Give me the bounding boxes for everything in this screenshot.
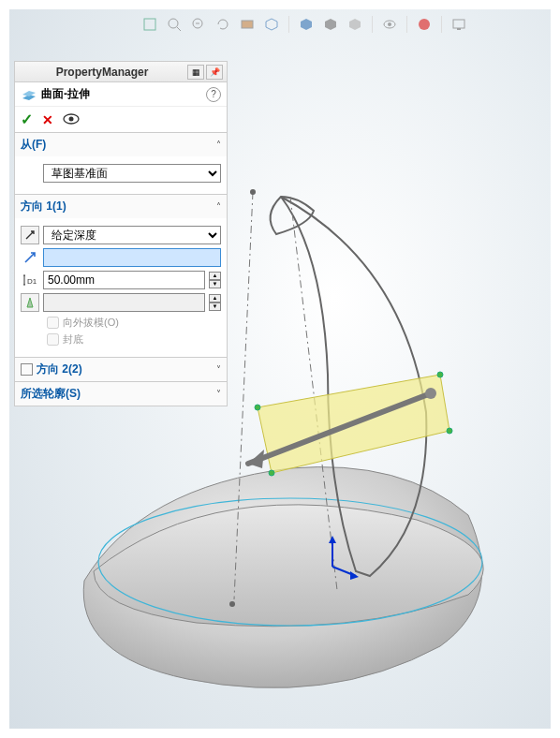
depth-spinner[interactable]: ▲▼ bbox=[209, 272, 221, 288]
chevron-down-icon: ˅ bbox=[216, 364, 221, 375]
feature-name: 曲面-拉伸 bbox=[41, 86, 202, 102]
hide-show-icon[interactable] bbox=[380, 15, 399, 34]
appearance-icon[interactable] bbox=[415, 15, 434, 34]
svg-point-23 bbox=[419, 19, 430, 30]
display-style2-icon[interactable] bbox=[321, 15, 340, 34]
section-dir1-header[interactable]: 方向 1(1) ˄ bbox=[15, 195, 227, 218]
svg-point-11 bbox=[425, 388, 436, 399]
end-condition-dropdown[interactable]: 给定深度 bbox=[43, 226, 221, 244]
svg-point-6 bbox=[437, 372, 443, 377]
heads-up-toolbar bbox=[140, 13, 541, 36]
section-from: 从(F) ˄ 草图基准面 bbox=[15, 132, 227, 194]
cap-checkbox bbox=[47, 333, 59, 346]
section-direction1: 方向 1(1) ˄ 给定深度 D1 bbox=[15, 194, 227, 357]
display-icon[interactable] bbox=[449, 15, 468, 34]
section-icon[interactable] bbox=[238, 15, 257, 34]
dir2-enable-checkbox[interactable] bbox=[21, 363, 33, 376]
draft-outward-checkbox bbox=[47, 317, 59, 329]
section-contours-header[interactable]: 所选轮廓(S) ˅ bbox=[15, 382, 227, 406]
action-row: ✓ ✕ bbox=[15, 107, 227, 132]
svg-line-18 bbox=[177, 27, 181, 31]
property-manager-panel: PropertyManager ▦ 📌 曲面-拉伸 ? ✓ ✕ 从(F) ˄ 草… bbox=[14, 61, 228, 406]
view-orient-icon[interactable] bbox=[262, 15, 281, 34]
display-style-icon[interactable] bbox=[297, 15, 316, 34]
chevron-up-icon: ˄ bbox=[216, 201, 221, 212]
section-contours: 所选轮廓(S) ˅ bbox=[15, 381, 227, 406]
cancel-button[interactable]: ✕ bbox=[42, 112, 53, 127]
section-contours-label: 所选轮廓(S) bbox=[21, 386, 216, 402]
svg-rect-25 bbox=[457, 28, 461, 30]
depth-icon: D1 bbox=[21, 271, 39, 289]
svg-point-8 bbox=[269, 470, 274, 476]
svg-point-22 bbox=[388, 22, 391, 26]
direction-reference-input[interactable] bbox=[43, 248, 221, 267]
depth-input[interactable] bbox=[43, 271, 205, 289]
panel-options-button[interactable]: ▦ bbox=[187, 65, 204, 80]
section-from-label: 从(F) bbox=[21, 137, 216, 153]
ok-button[interactable]: ✓ bbox=[21, 111, 33, 128]
svg-point-7 bbox=[447, 428, 452, 434]
section-dir2-header[interactable]: 方向 2(2) ˅ bbox=[15, 358, 227, 381]
zoom-prev-icon[interactable] bbox=[189, 15, 208, 34]
svg-point-5 bbox=[255, 405, 260, 410]
svg-point-3 bbox=[250, 189, 256, 195]
chevron-up-icon: ˄ bbox=[216, 140, 221, 150]
display-style3-icon[interactable] bbox=[346, 15, 364, 34]
section-dir2-label: 方向 2(2) bbox=[37, 362, 216, 377]
direction-icon[interactable] bbox=[21, 248, 39, 267]
svg-rect-16 bbox=[144, 19, 155, 30]
svg-point-4 bbox=[229, 601, 235, 607]
feature-row: 曲面-拉伸 ? bbox=[15, 82, 227, 107]
rotate-icon[interactable] bbox=[214, 15, 232, 34]
svg-rect-24 bbox=[453, 20, 464, 28]
section-direction2: 方向 2(2) ˅ bbox=[15, 357, 227, 381]
draft-icon[interactable] bbox=[21, 293, 39, 312]
section-from-header[interactable]: 从(F) ˄ bbox=[15, 133, 227, 156]
cap-label: 封底 bbox=[63, 332, 83, 347]
panel-title: PropertyManager bbox=[19, 66, 185, 79]
svg-text:D1: D1 bbox=[27, 277, 37, 286]
surface-extrude-icon bbox=[21, 87, 37, 102]
help-button[interactable]: ? bbox=[206, 87, 221, 102]
svg-point-17 bbox=[169, 19, 178, 28]
reverse-direction-icon[interactable] bbox=[21, 226, 39, 244]
draft-spinner: ▲▼ bbox=[209, 294, 221, 311]
panel-titlebar: PropertyManager ▦ 📌 bbox=[15, 62, 227, 82]
svg-point-27 bbox=[69, 116, 74, 121]
zoom-fit-icon[interactable] bbox=[140, 15, 159, 34]
chevron-down-icon: ˅ bbox=[216, 389, 221, 399]
zoom-area-icon[interactable] bbox=[165, 15, 184, 34]
from-dropdown[interactable]: 草图基准面 bbox=[43, 164, 221, 183]
svg-rect-20 bbox=[242, 21, 253, 28]
draft-angle-input bbox=[43, 293, 205, 312]
section-dir1-label: 方向 1(1) bbox=[21, 199, 216, 214]
preview-button[interactable] bbox=[63, 112, 80, 127]
panel-pin-button[interactable]: 📌 bbox=[206, 65, 223, 80]
draft-outward-label: 向外拔模(O) bbox=[63, 316, 119, 330]
